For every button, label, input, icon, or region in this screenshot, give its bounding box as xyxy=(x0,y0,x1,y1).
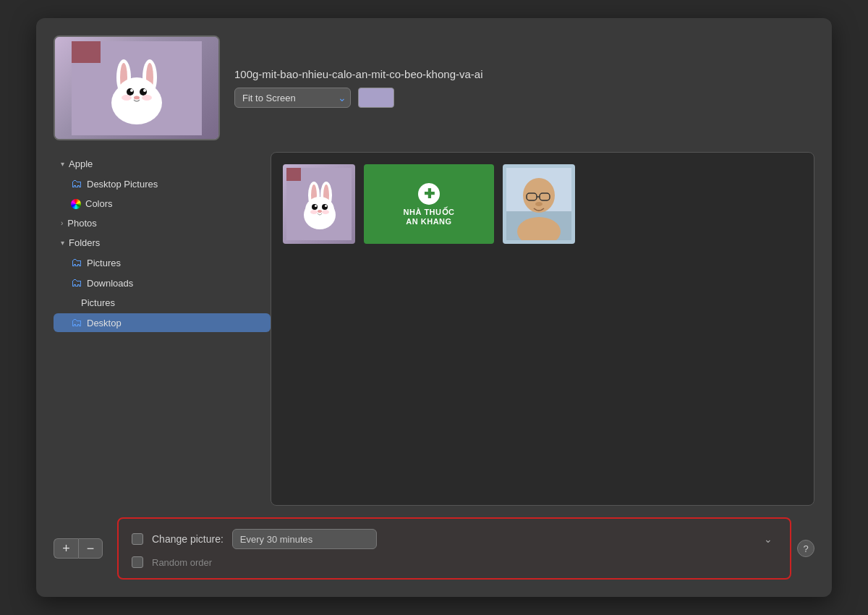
svg-point-25 xyxy=(315,205,317,207)
svg-point-27 xyxy=(318,210,322,213)
svg-point-14 xyxy=(142,95,152,101)
change-picture-checkbox[interactable] xyxy=(132,533,143,545)
add-button[interactable]: + xyxy=(54,538,78,559)
ankhang-line1: NHÀ THUỐC xyxy=(404,208,455,217)
sidebar-item-downloads[interactable]: 🗂 Downloads xyxy=(54,273,271,292)
thumb-ankhang[interactable]: ✚ NHÀ THUỐC AN KHANG xyxy=(364,164,494,244)
svg-point-28 xyxy=(310,210,318,214)
change-picture-area: Change picture: Every 5 secondsEvery min… xyxy=(117,517,791,580)
sidebar-item-desktop-pictures-label: Desktop Pictures xyxy=(87,179,158,190)
ankhang-logo-text: NHÀ THUỐC AN KHANG xyxy=(404,208,455,226)
ankhang-line2: AN KHANG xyxy=(404,217,455,226)
person-thumb-svg xyxy=(506,168,571,240)
color-wheel-icon xyxy=(71,199,81,209)
thumb-person[interactable] xyxy=(503,164,575,244)
ankhang-cross-icon: ✚ xyxy=(424,186,435,202)
image-filename: 100g-mit-bao-nhieu-calo-an-mit-co-beo-kh… xyxy=(234,68,483,80)
sidebar-item-pictures-label: Pictures xyxy=(87,258,121,268)
sidebar-item-folders[interactable]: ▾ Folders xyxy=(54,234,271,252)
interval-select[interactable]: Every 5 secondsEvery minuteEvery 5 minut… xyxy=(232,529,377,549)
svg-point-9 xyxy=(140,88,147,96)
svg-point-23 xyxy=(312,204,318,210)
chevron-right-icon: › xyxy=(61,219,63,227)
chevron-down-icon-2: ▾ xyxy=(61,239,64,247)
thumb-bunny[interactable] xyxy=(283,164,355,244)
sidebar-item-desktop-pictures[interactable]: 🗂 Desktop Pictures xyxy=(54,174,271,193)
sidebar-item-desktop[interactable]: 🗂 Desktop xyxy=(54,313,271,332)
svg-point-13 xyxy=(122,95,132,101)
desktop-screensaver-panel: 100g-mit-bao-nhieu-calo-an-mit-co-beo-kh… xyxy=(36,18,832,597)
sidebar-item-downloads-label: Downloads xyxy=(87,278,133,289)
svg-point-7 xyxy=(116,77,157,114)
sidebar: ▾ Apple 🗂 Desktop Pictures Colors › Phot… xyxy=(54,152,271,506)
folder-icon-3: 🗂 xyxy=(71,277,82,289)
remove-button[interactable]: − xyxy=(78,538,103,559)
sidebar-item-pictures2-label: Pictures xyxy=(81,297,115,308)
change-picture-row: Change picture: Every 5 secondsEvery min… xyxy=(132,529,777,549)
svg-point-10 xyxy=(130,89,133,92)
sidebar-item-pictures2[interactable]: Pictures xyxy=(54,294,271,312)
random-order-checkbox[interactable] xyxy=(132,556,143,568)
sidebar-item-photos-label: Photos xyxy=(67,218,96,229)
ankhang-icon: ✚ xyxy=(418,183,440,205)
sidebar-item-colors[interactable]: Colors xyxy=(54,195,271,213)
bunny-thumb-svg xyxy=(286,168,352,240)
sidebar-item-folders-label: Folders xyxy=(69,237,100,248)
bunny-preview-svg xyxy=(72,41,202,135)
svg-point-12 xyxy=(134,96,140,99)
sidebar-item-colors-label: Colors xyxy=(85,198,113,209)
color-swatch[interactable] xyxy=(358,88,394,108)
sidebar-item-photos[interactable]: › Photos xyxy=(54,214,271,232)
change-picture-label: Change picture: xyxy=(152,533,224,545)
random-order-label: Random order xyxy=(152,557,212,568)
sidebar-item-apple-label: Apple xyxy=(69,158,93,169)
fit-select[interactable]: Fit to ScreenFill ScreenStretch to Fill … xyxy=(234,88,351,108)
thumbnail-image xyxy=(55,37,218,139)
help-button[interactable]: ? xyxy=(797,540,814,557)
folder-icon-2: 🗂 xyxy=(71,257,82,268)
svg-point-36 xyxy=(535,202,542,206)
preview-thumbnail xyxy=(54,35,220,140)
interval-select-wrapper: Every 5 secondsEvery minuteEvery 5 minut… xyxy=(232,529,777,549)
svg-rect-1 xyxy=(72,41,101,63)
sidebar-item-apple[interactable]: ▾ Apple xyxy=(54,155,271,173)
sidebar-item-pictures[interactable]: 🗂 Pictures xyxy=(54,253,271,272)
image-grid: ✚ NHÀ THUỐC AN KHANG xyxy=(271,152,814,506)
add-remove-buttons: + − xyxy=(54,538,103,559)
svg-rect-16 xyxy=(286,168,301,181)
top-right-controls: 100g-mit-bao-nhieu-calo-an-mit-co-beo-kh… xyxy=(234,68,483,108)
chevron-down-icon: ▾ xyxy=(61,160,64,168)
fit-select-wrapper: Fit to ScreenFill ScreenStretch to Fill … xyxy=(234,88,351,108)
folder-icon-4: 🗂 xyxy=(71,317,82,328)
main-row: ▾ Apple 🗂 Desktop Pictures Colors › Phot… xyxy=(54,152,814,506)
bottom-row: + − Change picture: Every 5 secondsEvery… xyxy=(54,517,814,580)
svg-point-29 xyxy=(322,210,329,214)
svg-point-11 xyxy=(143,89,146,92)
fit-row: Fit to ScreenFill ScreenStretch to Fill … xyxy=(234,88,483,108)
svg-point-8 xyxy=(127,88,134,96)
svg-point-26 xyxy=(325,205,327,207)
svg-point-24 xyxy=(322,204,328,210)
random-order-row: Random order xyxy=(132,556,777,568)
folder-icon: 🗂 xyxy=(71,178,82,190)
top-row: 100g-mit-bao-nhieu-calo-an-mit-co-beo-kh… xyxy=(54,35,814,140)
sidebar-item-desktop-label: Desktop xyxy=(87,318,122,328)
